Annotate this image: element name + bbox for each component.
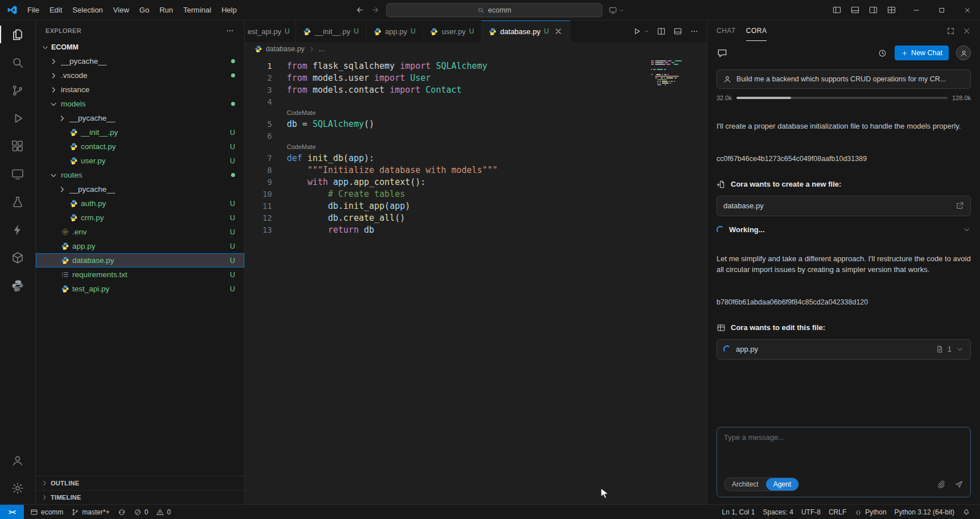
status-sync[interactable]: [114, 505, 130, 519]
status-cursor-position[interactable]: Ln 1, Col 1: [718, 505, 759, 519]
status-notifications[interactable]: [958, 505, 974, 519]
chevron-down-icon[interactable]: [962, 225, 971, 234]
close-panel-icon[interactable]: [962, 27, 971, 35]
expand-panel-icon[interactable]: [946, 27, 955, 35]
menu-go[interactable]: Go: [134, 3, 154, 18]
minimap[interactable]: [651, 60, 697, 86]
more-actions-icon[interactable]: [225, 26, 234, 35]
tree-item-crm-py[interactable]: crm.pyU: [36, 211, 244, 225]
edited-file-card[interactable]: app.py 1: [717, 339, 971, 360]
tab-database-py[interactable]: database.pyU: [481, 20, 571, 42]
menu-selection[interactable]: Selection: [67, 3, 108, 18]
activity-python-environments[interactable]: [0, 271, 35, 299]
status-python-interpreter[interactable]: Python 3.12 (64-bit): [891, 505, 958, 519]
activity-codemate[interactable]: [0, 216, 35, 244]
tree-item-init-py[interactable]: __init__.pyU: [36, 125, 244, 139]
chat-bubble-icon[interactable]: [717, 47, 728, 59]
search-box[interactable]: ecomm: [386, 3, 603, 17]
remote-indicator[interactable]: ><: [0, 505, 24, 519]
tree-item-models[interactable]: models: [36, 97, 244, 111]
menu-file[interactable]: File: [22, 3, 44, 18]
activity-testing[interactable]: [0, 188, 35, 216]
attach-icon[interactable]: [937, 480, 946, 489]
chevron-down-icon[interactable]: [956, 345, 964, 353]
status-git-branch[interactable]: master*+: [67, 505, 113, 519]
status-errors[interactable]: 0: [130, 505, 153, 519]
menu-view[interactable]: View: [108, 3, 134, 18]
toggle-panel-icon[interactable]: [850, 5, 860, 15]
close-tab-icon[interactable]: [554, 27, 563, 36]
tree-item-contact-py[interactable]: contact.pyU: [36, 139, 244, 154]
back-icon[interactable]: [356, 6, 365, 15]
tree-root-ecomm[interactable]: ECOMM: [36, 40, 244, 54]
remote-window-button[interactable]: [609, 6, 625, 14]
tab-user-py[interactable]: user.pyU: [423, 20, 481, 42]
working-status[interactable]: Working...: [717, 225, 971, 234]
open-file-icon[interactable]: [956, 201, 964, 210]
tab-app-py[interactable]: app.pyU: [367, 20, 423, 42]
activity-run-and-debug[interactable]: [0, 104, 35, 132]
new-chat-button[interactable]: New Ch​at: [895, 46, 949, 60]
tree-item-user-py[interactable]: user.pyU: [36, 154, 244, 168]
tree-item-pycache[interactable]: __pycache__: [36, 182, 244, 196]
maximize-button[interactable]: [929, 0, 954, 20]
tree-item-env[interactable]: .envU: [36, 225, 244, 239]
tab-init-py[interactable]: __init__.pyU: [296, 20, 367, 42]
forward-icon[interactable]: [371, 6, 380, 15]
tree-item-auth-py[interactable]: auth.pyU: [36, 196, 244, 211]
activity-source-control[interactable]: [0, 76, 35, 104]
user-message-box[interactable]: Build me a backend which supports CRUD o…: [717, 69, 971, 89]
file-change-icon[interactable]: [935, 345, 944, 353]
avatar[interactable]: [956, 46, 971, 60]
history-icon[interactable]: [878, 48, 887, 58]
ellipsis-icon[interactable]: [690, 27, 699, 36]
status-warnings[interactable]: 0: [152, 505, 175, 519]
activity-explorer[interactable]: [0, 20, 35, 48]
activity-extensions[interactable]: [0, 132, 35, 160]
split-editor-icon[interactable]: [657, 27, 666, 36]
toggle-secondary-sidebar-icon[interactable]: [868, 5, 878, 15]
created-file-card[interactable]: database.py: [717, 196, 971, 216]
chevron-down-icon[interactable]: [644, 28, 649, 34]
tree-item-instance[interactable]: instance: [36, 83, 244, 97]
menu-edit[interactable]: Edit: [44, 3, 67, 18]
message-input[interactable]: Type a message... ArchitectAgent: [717, 427, 971, 497]
minimize-button[interactable]: [903, 0, 929, 20]
customize-layout-icon[interactable]: [887, 5, 896, 15]
activity-search[interactable]: [0, 48, 35, 76]
panel-tab-cora[interactable]: CORA: [746, 20, 767, 41]
activity-accounts[interactable]: [0, 446, 35, 474]
status-encoding[interactable]: UTF-8: [797, 505, 825, 519]
activity-containers[interactable]: [0, 244, 35, 271]
tree-item-routes[interactable]: routes: [36, 168, 244, 182]
tree-item-test-api-py[interactable]: test_api.pyU: [36, 282, 244, 296]
mode-architect-button[interactable]: Architect: [724, 478, 766, 491]
close-window-button[interactable]: [954, 0, 980, 20]
status-language-mode[interactable]: {}Python: [850, 505, 890, 519]
status-workspace[interactable]: ecomm: [26, 505, 67, 519]
codelens[interactable]: CodeMate: [245, 142, 707, 152]
status-eol[interactable]: CRLF: [825, 505, 850, 519]
mode-agent-button[interactable]: Agent: [766, 478, 798, 491]
panel-tab-chat[interactable]: CHAT: [717, 20, 736, 41]
toggle-primary-sidebar-icon[interactable]: [832, 5, 842, 15]
activity-remote-explorer[interactable]: [0, 160, 35, 188]
code-editor[interactable]: 1from flask_sqlalchemy import SQLAlchemy…: [245, 56, 707, 504]
tree-item-vscode[interactable]: .vscode: [36, 68, 244, 83]
menu-terminal[interactable]: Terminal: [178, 3, 216, 18]
tree-item-app-py[interactable]: app.pyU: [36, 239, 244, 253]
menu-help[interactable]: Help: [216, 3, 242, 18]
send-icon[interactable]: [954, 480, 963, 489]
breadcrumb[interactable]: database.py ...: [245, 42, 707, 56]
play-icon[interactable]: [632, 27, 641, 36]
tree-item-database-py[interactable]: database.pyU: [36, 253, 244, 267]
tree-item-pycache[interactable]: __pycache__: [36, 111, 244, 125]
status-indentation[interactable]: Spaces: 4: [759, 505, 797, 519]
tree-item-requirements-txt[interactable]: requirements.txtU: [36, 267, 244, 282]
layout-panel-icon[interactable]: [673, 27, 682, 36]
tab-est-api-py[interactable]: est_api.pyU: [245, 20, 296, 42]
timeline-section[interactable]: TIMELINE: [36, 490, 244, 504]
tree-item-pycache[interactable]: __pycache__: [36, 54, 244, 68]
outline-section[interactable]: OUTLINE: [36, 476, 244, 490]
menu-run[interactable]: Run: [154, 3, 178, 18]
